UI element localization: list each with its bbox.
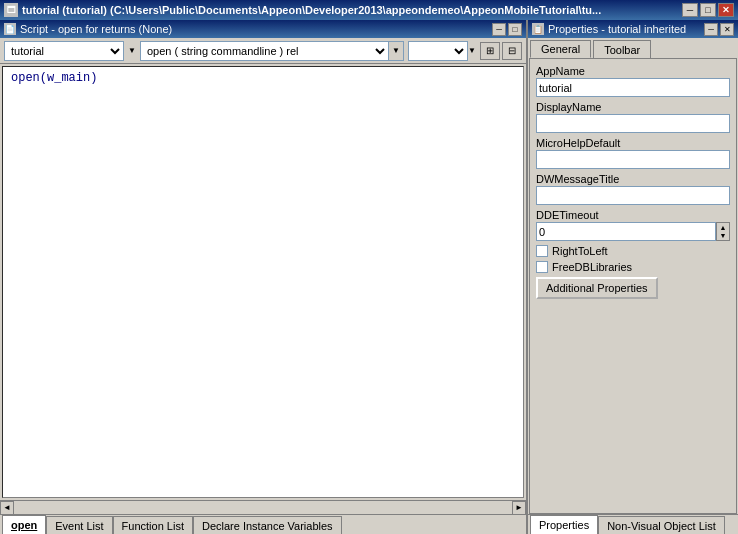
script-title-text: Script - open for returns (None) [20,23,172,35]
appname-label: AppName [536,65,730,77]
tab-declare-instance[interactable]: Declare Instance Variables [193,516,342,534]
tab-properties-label: Properties [539,519,589,531]
displayname-input[interactable] [536,114,730,133]
close-button[interactable]: ✕ [718,3,734,17]
left-panel: 📄 Script - open for returns (None) ─ □ t… [0,20,528,534]
freedb-property: FreeDBLibraries [536,261,730,273]
properties-content: AppName DisplayName MicroHelpDefault DWM… [529,58,737,514]
app-icon: 🗔 [4,3,18,17]
microhelp-property: MicroHelpDefault [536,137,730,169]
title-bar-buttons: ─ □ ✕ [682,3,734,17]
spinner-up-button[interactable]: ▲ [717,223,729,232]
tab-non-visual[interactable]: Non-Visual Object List [598,516,725,534]
horizontal-scrollbar: ◄ ► [0,500,526,514]
tab-general-label: General [541,43,580,55]
right-panel: 📋 Properties - tutorial inherited ─ ✕ Ge… [528,20,738,534]
scroll-left-button[interactable]: ◄ [0,501,14,515]
props-min-button[interactable]: ─ [704,23,718,36]
properties-title-text: Properties - tutorial inherited [548,23,686,35]
props-icon: 📋 [532,23,544,35]
tab-non-visual-label: Non-Visual Object List [607,520,716,532]
properties-bottom-tabs: Properties Non-Visual Object List [528,514,738,534]
props-close-button[interactable]: ✕ [720,23,734,36]
func-dropdown-container: open ( string commandline ) rel ▼ [140,41,404,61]
scroll-right-button[interactable]: ► [512,501,526,515]
ddetimeout-spinner-container: ▲ ▼ [536,222,730,241]
tab-event-list[interactable]: Event List [46,516,112,534]
script-icon: 📄 [4,23,16,35]
properties-title-bar: 📋 Properties - tutorial inherited ─ ✕ [528,20,738,38]
editor-line-1: open(w_main) [11,71,515,85]
properties-tabs: General Toolbar [528,38,738,58]
props-title-buttons: ─ ✕ [704,23,734,36]
appname-property: AppName [536,65,730,97]
ddetimeout-label: DDETimeout [536,209,730,221]
righttoleft-label: RightToLeft [552,245,608,257]
microhelp-label: MicroHelpDefault [536,137,730,149]
script-title-bar: 📄 Script - open for returns (None) ─ □ [0,20,526,38]
displayname-property: DisplayName [536,101,730,133]
toolbar-icon-2[interactable]: ⊟ [502,42,522,60]
righttoleft-checkbox[interactable] [536,245,548,257]
tab-toolbar-label: Toolbar [604,44,640,56]
dwmessage-label: DWMessageTitle [536,173,730,185]
script-bottom-tabs: open Event List Function List Declare In… [0,514,526,534]
ddetimeout-input[interactable] [536,222,716,241]
freedb-label: FreeDBLibraries [552,261,632,273]
script-max-button[interactable]: □ [508,23,522,36]
tab-open[interactable]: open [2,515,46,534]
script-title-buttons: ─ □ [492,23,522,36]
righttoleft-property: RightToLeft [536,245,730,257]
title-text: tutorial (tutorial) (C:\Users\Public\Doc… [22,4,678,16]
freedb-checkbox[interactable] [536,261,548,273]
function-dropdown[interactable]: open ( string commandline ) rel [140,41,389,61]
object-dropdown[interactable]: tutorial [4,41,124,61]
dropdown-arrow-icon: ▼ [128,46,136,55]
scroll-track[interactable] [14,501,512,514]
minimize-button[interactable]: ─ [682,3,698,17]
maximize-button[interactable]: □ [700,3,716,17]
tab-general[interactable]: General [530,40,591,58]
small-dropdown[interactable] [408,41,468,61]
tab-properties[interactable]: Properties [530,515,598,534]
dwmessage-input[interactable] [536,186,730,205]
additional-properties-button[interactable]: Additional Properties [536,277,658,299]
title-bar: 🗔 tutorial (tutorial) (C:\Users\Public\D… [0,0,738,20]
tab-function-list[interactable]: Function List [113,516,193,534]
appname-input[interactable] [536,78,730,97]
script-editor[interactable]: open(w_main) [2,66,524,498]
displayname-label: DisplayName [536,101,730,113]
script-min-button[interactable]: ─ [492,23,506,36]
toolbar-icons: ⊞ ⊟ [480,42,522,60]
ddetimeout-property: DDETimeout ▲ ▼ [536,209,730,241]
small-dropdown-arrow: ▼ [468,46,476,55]
toolbar-icon-1[interactable]: ⊞ [480,42,500,60]
func-dropdown-arrow[interactable]: ▼ [388,41,404,61]
dwmessage-property: DWMessageTitle [536,173,730,205]
script-toolbar: tutorial ▼ open ( string commandline ) r… [0,38,526,64]
tab-toolbar[interactable]: Toolbar [593,40,651,58]
main-container: 📄 Script - open for returns (None) ─ □ t… [0,20,738,534]
spinner-down-button[interactable]: ▼ [717,232,729,241]
microhelp-input[interactable] [536,150,730,169]
ddetimeout-spinner: ▲ ▼ [716,222,730,241]
